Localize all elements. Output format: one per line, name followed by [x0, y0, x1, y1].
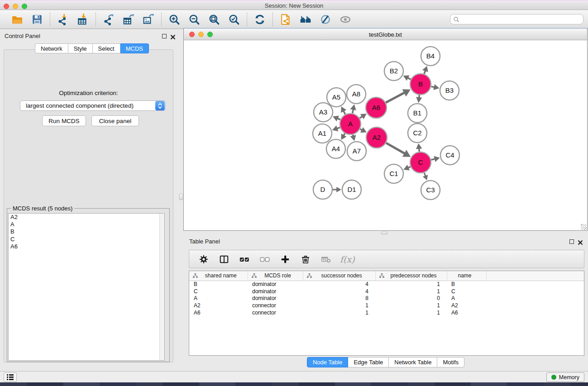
add-column-icon[interactable] — [279, 253, 292, 266]
table-cell[interactable]: A — [447, 295, 486, 302]
mcds-result-item[interactable]: C — [9, 236, 164, 243]
table-cell[interactable]: 0 — [375, 295, 447, 302]
column-header-shared-name[interactable]: shared name — [189, 271, 248, 281]
mcds-result-item[interactable]: A — [9, 221, 164, 228]
column-header-MCDS-role[interactable]: MCDS role — [248, 271, 303, 281]
table-cell[interactable] — [486, 295, 584, 302]
tab-node-table[interactable]: Node Table — [307, 357, 349, 367]
tab-style[interactable]: Style — [68, 43, 93, 53]
node-table[interactable]: shared nameMCDS rolesuccessor nodesprede… — [189, 271, 584, 356]
table-cell[interactable]: C — [189, 288, 248, 295]
table-cell[interactable]: A — [189, 295, 248, 302]
mcds-result-list[interactable]: A2ABCA6 — [8, 213, 165, 361]
close-table-panel-icon[interactable] — [578, 239, 583, 244]
table-cell[interactable]: 1 — [303, 302, 375, 309]
table-cell[interactable]: 1 — [375, 309, 447, 316]
home-icon[interactable] — [299, 13, 312, 26]
search-input[interactable] — [461, 16, 580, 23]
table-cell[interactable]: dominator — [248, 288, 303, 295]
table-cell[interactable]: 4 — [303, 288, 375, 295]
close-panel-icon[interactable] — [170, 33, 176, 39]
zoom-fit-icon[interactable] — [208, 13, 220, 26]
import-network-icon[interactable] — [57, 13, 69, 26]
memory-button[interactable]: Memory — [546, 372, 584, 382]
column-header-name[interactable]: name — [447, 271, 486, 281]
table-cell[interactable]: 8 — [303, 295, 375, 302]
table-cell[interactable]: 1 — [375, 288, 447, 295]
run-mcds-button[interactable]: Run MCDS — [42, 115, 86, 126]
delete-column-icon[interactable] — [299, 253, 312, 266]
zoom-out-icon[interactable] — [188, 13, 201, 26]
save-icon[interactable] — [31, 13, 43, 26]
mcds-result-item[interactable]: B — [9, 228, 164, 235]
table-cell[interactable] — [486, 302, 584, 309]
table-cell[interactable]: B — [189, 281, 248, 288]
hide-details-icon[interactable] — [319, 13, 332, 26]
graph-node-label: C3 — [426, 186, 435, 194]
network-canvas[interactable]: B4B2BB3A5A8A6B1A3AA1C2A4A7A2C4CC1C3DD1 — [184, 41, 587, 230]
table-cell[interactable] — [486, 288, 584, 295]
refresh-icon[interactable] — [253, 13, 266, 26]
network-file-icon[interactable] — [279, 13, 292, 26]
tab-select[interactable]: Select — [93, 43, 120, 53]
edge-A6-B[interactable] — [386, 92, 405, 102]
split-columns-icon[interactable] — [218, 253, 230, 266]
export-network-icon[interactable] — [102, 13, 115, 26]
table-row[interactable]: A6connector11A6 — [189, 309, 584, 316]
criterion-dropdown[interactable]: largest connected component (directed) — [20, 100, 166, 111]
gear-icon[interactable] — [197, 253, 210, 266]
graph-node-label: D1 — [347, 186, 356, 193]
tab-network-table[interactable]: Network Table — [389, 357, 437, 367]
edge-A2-C[interactable] — [386, 143, 405, 154]
delete-table-icon[interactable] — [320, 253, 332, 266]
mcds-result-item[interactable]: A2 — [9, 214, 164, 221]
tab-network[interactable]: Network — [35, 43, 68, 53]
export-table-icon[interactable] — [122, 13, 135, 26]
zoom-selected-icon[interactable] — [228, 13, 240, 26]
vertical-splitter-grip[interactable] — [179, 194, 183, 200]
table-cell[interactable]: dominator — [248, 295, 303, 302]
tab-motifs[interactable]: Motifs — [437, 357, 464, 367]
table-cell[interactable]: A6 — [189, 309, 248, 316]
float-table-panel-icon[interactable] — [569, 239, 574, 244]
export-image-icon[interactable] — [142, 13, 155, 26]
table-row[interactable]: A2connector11A2 — [189, 302, 584, 309]
search-field[interactable] — [450, 14, 583, 24]
show-details-icon[interactable] — [339, 13, 352, 26]
import-table-icon[interactable] — [76, 13, 89, 26]
mcds-result-item[interactable]: A6 — [9, 243, 164, 250]
close-panel-button[interactable]: Close panel — [91, 115, 139, 126]
task-history-button[interactable] — [4, 372, 17, 382]
table-row[interactable]: Cdominator41C — [189, 288, 584, 295]
column-header-successor-nodes[interactable]: successor nodes — [303, 271, 375, 281]
table-cell[interactable]: C — [447, 288, 486, 295]
table-cell[interactable]: connector — [248, 309, 303, 316]
table-cell[interactable]: dominator — [248, 281, 303, 288]
function-builder-icon[interactable]: f(x) — [340, 254, 355, 264]
table-cell[interactable] — [486, 281, 584, 288]
table-cell[interactable]: 1 — [375, 281, 447, 288]
window-resize-grip[interactable] — [581, 224, 587, 230]
table-cell[interactable] — [486, 309, 584, 316]
graph-node-label: C4 — [445, 151, 454, 159]
table-cell[interactable]: B — [447, 281, 486, 288]
float-panel-icon[interactable] — [162, 34, 167, 38]
tab-edge-table[interactable]: Edge Table — [348, 357, 389, 367]
zoom-in-icon[interactable] — [168, 13, 181, 26]
table-cell[interactable]: A2 — [447, 302, 486, 309]
table-row[interactable]: Adominator80A — [189, 295, 584, 302]
table-cell[interactable]: A2 — [189, 302, 248, 309]
table-cell[interactable]: 1 — [303, 309, 375, 316]
list-scrollbar[interactable] — [159, 214, 164, 360]
column-header-predecessor-nodes[interactable]: predecessor nodes — [375, 271, 447, 281]
table-row[interactable]: Bdominator41B — [189, 281, 584, 288]
tab-mcds[interactable]: MCDS — [120, 43, 149, 53]
table-cell[interactable]: 4 — [303, 281, 375, 288]
table-cell[interactable]: A6 — [447, 309, 486, 316]
table-cell[interactable]: connector — [248, 302, 303, 309]
mcds-result-title: MCDS result (5 nodes) — [11, 205, 74, 212]
select-all-checkboxes-icon[interactable] — [238, 253, 251, 266]
open-folder-icon[interactable] — [11, 13, 24, 26]
deselect-all-checkboxes-icon[interactable] — [258, 253, 271, 266]
table-cell[interactable]: 1 — [375, 302, 447, 309]
